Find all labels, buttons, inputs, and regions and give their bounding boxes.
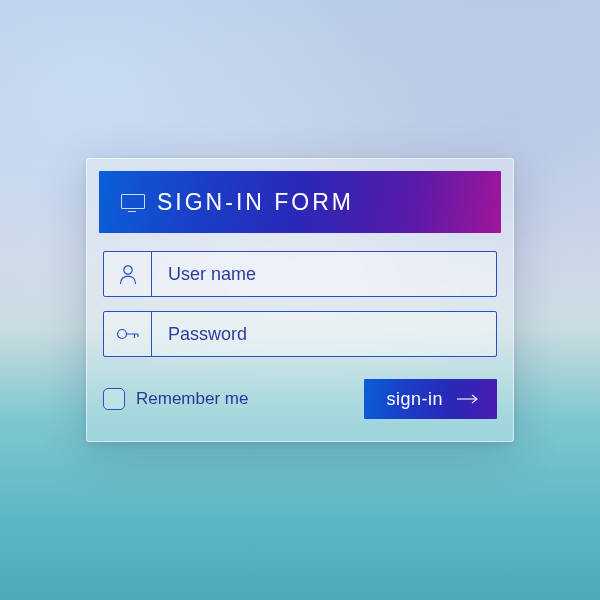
remember-label: Remember me (136, 389, 248, 409)
remember-me[interactable]: Remember me (103, 388, 248, 410)
fields-container (99, 233, 501, 357)
password-input[interactable] (152, 312, 496, 356)
form-footer: Remember me sign-in (99, 371, 501, 429)
username-field (103, 251, 497, 297)
remember-checkbox[interactable] (103, 388, 125, 410)
key-icon (104, 312, 152, 356)
header-title: SIGN-IN FORM (157, 189, 354, 216)
username-input[interactable] (152, 252, 496, 296)
signin-button[interactable]: sign-in (364, 379, 497, 419)
svg-point-1 (117, 330, 126, 339)
signin-card: SIGN-IN FORM (86, 158, 514, 442)
signin-button-label: sign-in (386, 389, 443, 410)
svg-point-0 (123, 266, 131, 274)
monitor-icon (121, 194, 143, 210)
arrow-right-icon (457, 394, 479, 404)
signin-header: SIGN-IN FORM (99, 171, 501, 233)
user-icon (104, 252, 152, 296)
password-field (103, 311, 497, 357)
